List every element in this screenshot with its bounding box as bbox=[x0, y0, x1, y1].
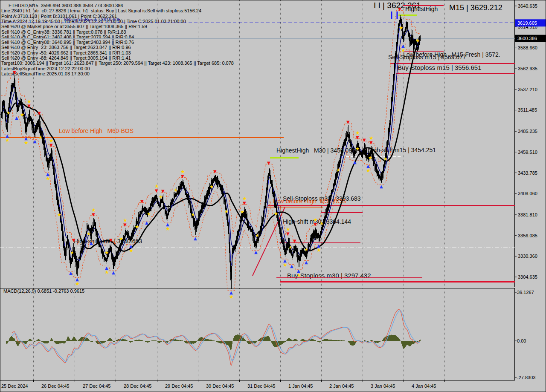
time-tick-label: 28 Dec 04:45 bbox=[124, 383, 151, 389]
sell-arrow-icon: ▼ bbox=[346, 120, 350, 124]
sell-arrow-icon: ▼ bbox=[398, 7, 401, 12]
price-tick-label: 3433.785 bbox=[518, 170, 537, 176]
star-icon: ★ bbox=[288, 245, 293, 250]
price-tick-label: 3356.085 bbox=[518, 233, 537, 238]
star-icon: ★ bbox=[105, 269, 109, 275]
time-tick-label: 1 Jan 04:45 bbox=[288, 383, 313, 389]
star-icon: ★ bbox=[240, 209, 244, 215]
star-icon: ★ bbox=[366, 167, 371, 173]
time-tick-label: 26 Dec 04:45 bbox=[41, 383, 69, 389]
price-tick-label: 3330.360 bbox=[518, 254, 537, 259]
buy-arrow-icon: ▲ bbox=[194, 236, 197, 241]
star-icon: ★ bbox=[317, 247, 321, 253]
buy-arrow-icon: ▲ bbox=[145, 220, 148, 225]
star-icon: ★ bbox=[46, 176, 50, 182]
buy-arrow-icon: ▲ bbox=[15, 115, 18, 120]
time-tick-label: 4 Jan 04:45 bbox=[412, 383, 436, 389]
star-icon: ★ bbox=[5, 137, 10, 143]
star-icon: ★ bbox=[191, 212, 195, 217]
signal-markers: ▲★▲▲★▲▲★▲▲★▲▲★▲▲★▲▲★▲▲★▲▲★▲▲★▲▲★▲▲★▲▲★▼▼… bbox=[5, 7, 420, 300]
sell-arrow-icon: ▼ bbox=[293, 239, 296, 243]
buy-arrow-icon: ▲ bbox=[69, 271, 73, 275]
sell-arrow-icon: ▼ bbox=[38, 111, 41, 115]
star-icon: ★ bbox=[229, 294, 234, 300]
star-icon: ★ bbox=[336, 167, 340, 173]
sell-arrow-icon: ▼ bbox=[213, 169, 217, 174]
price-tick-label: 3562.935 bbox=[518, 66, 537, 71]
price-tick-label: 3304.635 bbox=[518, 274, 537, 280]
star-icon: ★ bbox=[20, 112, 24, 118]
buy-arrow-icon: ▲ bbox=[112, 270, 115, 275]
star-icon: ★ bbox=[355, 130, 360, 136]
star-icon: ★ bbox=[129, 248, 134, 254]
price-tag-label: 3619.605 bbox=[517, 20, 537, 26]
mt4-chart-window: I I | 3622.261 HighestHigh M15 | 3629.21… bbox=[0, 0, 546, 392]
sell-arrow-icon: ▼ bbox=[363, 138, 366, 142]
star-icon: ★ bbox=[24, 140, 29, 146]
star-icon: ★ bbox=[355, 146, 360, 152]
star-icon: ★ bbox=[296, 272, 301, 278]
star-icon: ★ bbox=[369, 135, 374, 141]
star-icon: ★ bbox=[123, 217, 128, 223]
star-icon: ★ bbox=[399, 25, 403, 31]
buy-arrow-icon: ▲ bbox=[33, 139, 37, 144]
star-icon: ★ bbox=[147, 211, 151, 217]
macd-tick-label: 36.1267 bbox=[517, 290, 534, 295]
macd-signal-line bbox=[12, 309, 420, 365]
price-tick-label: 3485.235 bbox=[518, 129, 537, 134]
star-icon: ★ bbox=[70, 250, 74, 255]
buy-arrow-icon: ▲ bbox=[305, 260, 308, 265]
sell-arrow-icon: ▼ bbox=[13, 70, 16, 75]
sell-arrow-icon: ▼ bbox=[267, 161, 270, 165]
time-tick-label: 31 Dec 04:45 bbox=[247, 383, 275, 389]
star-icon: ★ bbox=[154, 183, 159, 189]
time-tick-label: 25 Dec 2024 bbox=[1, 383, 28, 389]
macd-layer bbox=[6, 309, 421, 365]
price-tag-label: 3600.386 bbox=[517, 36, 537, 41]
buy-arrow-icon: ▲ bbox=[90, 241, 93, 245]
star-icon: ★ bbox=[383, 156, 388, 162]
star-icon: ★ bbox=[286, 226, 290, 232]
macd-tick-label: 0.00 bbox=[517, 338, 526, 343]
price-tick-label: 3511.485 bbox=[518, 107, 537, 112]
buy-arrow-icon: ▲ bbox=[353, 160, 357, 164]
star-icon: ★ bbox=[87, 231, 91, 237]
star-icon: ★ bbox=[135, 224, 139, 230]
price-tick-label: 3537.210 bbox=[518, 87, 537, 92]
macd-axis[interactable]: 36.12670.00-27.8303 bbox=[515, 290, 536, 380]
chart-canvas[interactable]: ▲★▲▲★▲▲★▲▲★▲▲★▲▲★▲▲★▲▲★▲▲★▲▲★▲▲★▲▲★▲▲★▼▼… bbox=[0, 0, 546, 392]
star-icon: ★ bbox=[401, 47, 406, 53]
star-icon: ★ bbox=[255, 233, 259, 238]
star-icon: ★ bbox=[38, 135, 43, 140]
star-icon: ★ bbox=[313, 217, 318, 223]
macd-main-line bbox=[12, 311, 420, 362]
star-icon: ★ bbox=[75, 281, 80, 287]
sell-arrow-icon: ▼ bbox=[161, 189, 165, 193]
buy-arrow-icon: ▲ bbox=[254, 250, 258, 254]
star-icon: ★ bbox=[57, 212, 61, 218]
star-icon: ★ bbox=[105, 250, 109, 256]
time-axis[interactable]: 25 Dec 202426 Dec 04:4527 Dec 04:4528 De… bbox=[1, 380, 486, 389]
star-icon: ★ bbox=[368, 155, 372, 161]
macd-tick-label: -27.8303 bbox=[517, 375, 535, 380]
star-icon: ★ bbox=[49, 138, 54, 144]
price-axis[interactable]: 3640.6353614.9103588.6603562.9353537.210… bbox=[515, 3, 546, 280]
time-tick-label: 27 Dec 04:45 bbox=[83, 383, 110, 389]
star-icon: ★ bbox=[224, 209, 229, 214]
star-icon: ★ bbox=[91, 207, 96, 213]
time-tick-label: 29 Dec 04:45 bbox=[165, 383, 193, 389]
star-icon: ★ bbox=[6, 110, 11, 116]
star-icon: ★ bbox=[27, 98, 32, 104]
star-icon: ★ bbox=[166, 226, 170, 232]
star-icon: ★ bbox=[274, 211, 278, 216]
star-icon: ★ bbox=[319, 221, 324, 226]
buy-arrow-icon: ▲ bbox=[290, 264, 293, 268]
gridlines bbox=[34, 0, 486, 380]
price-tick-label: 3381.810 bbox=[518, 212, 537, 217]
star-icon: ★ bbox=[174, 187, 178, 193]
star-icon: ★ bbox=[209, 184, 214, 190]
star-icon: ★ bbox=[242, 196, 247, 202]
sell-arrow-icon: ▼ bbox=[72, 238, 76, 242]
buy-arrow-icon: ▲ bbox=[380, 184, 383, 189]
time-tick-label: 3 Jan 04:45 bbox=[371, 383, 395, 389]
